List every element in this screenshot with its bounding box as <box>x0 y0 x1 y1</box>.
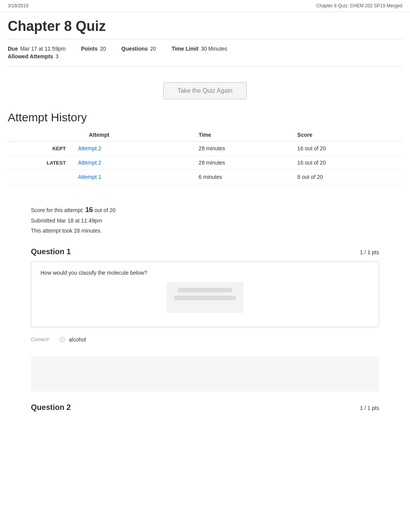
table-row: LATESTAttempt 228 minutes16 out of 20 <box>8 156 402 170</box>
quiz-meta: Due Mar 17 at 11:59pm Points 20 Question… <box>8 39 402 67</box>
table-row: KEPTAttempt 228 minutes16 out of 20 <box>8 141 402 156</box>
take-quiz-section: Take the Quiz Again <box>8 67 402 111</box>
duration-line: This attempt took 28 minutes. <box>31 226 402 236</box>
attempt-history-table: Attempt Time Score KEPTAttempt 228 minut… <box>8 129 402 184</box>
top-bar: 3/18/2019 Chapter 8 Quiz: CHEM 202 SP19 … <box>0 0 410 12</box>
score-text: Score for this attempt: <box>31 207 84 213</box>
allowed-attempts-value: 3 <box>56 53 59 59</box>
answer-text-alcohol: alcohol <box>69 337 86 343</box>
submitted-line: Submitted Mar 18 at 11:49pm <box>31 216 402 226</box>
allowed-attempts-meta: Allowed Attempts 3 <box>8 53 59 59</box>
th-time: Time <box>194 129 293 141</box>
quiz-meta-row-1: Due Mar 17 at 11:59pm Points 20 Question… <box>8 46 402 52</box>
question-1-card: How would you classify the molecule belo… <box>31 262 379 327</box>
allowed-attempts-label: Allowed Attempts <box>8 53 53 59</box>
row-score: 8 out of 20 <box>293 170 402 184</box>
questions-value: 20 <box>150 46 156 52</box>
question-1-answer-section: Correct! alcohol <box>31 332 379 350</box>
score-summary: Score for this attempt: 16 out of 20 Sub… <box>8 196 402 247</box>
score-out-of: out of 20 <box>95 207 116 213</box>
due-meta: Due Mar 17 at 11:59pm <box>8 46 66 52</box>
score-number: 16 <box>85 206 93 214</box>
correct-label: Correct! <box>31 337 49 342</box>
time-limit-meta: Time Limit 30 Minutes <box>171 46 227 52</box>
th-score: Score <box>293 129 402 141</box>
attempt-history-title: Attempt History <box>8 111 402 129</box>
question-1-title: Question 1 <box>31 247 71 256</box>
table-row: Attempt 16 minutes8 out of 20 <box>8 170 402 184</box>
row-attempt[interactable]: Attempt 2 <box>73 156 194 170</box>
time-limit-value: 30 Minutes <box>201 46 227 52</box>
molecule-image-placeholder <box>166 282 244 313</box>
points-label: Points <box>81 46 98 52</box>
question-1-block: Question 1 1 / 1 pts How would you class… <box>31 247 379 391</box>
time-limit-label: Time Limit <box>171 46 198 52</box>
row-time: 6 minutes <box>194 170 293 184</box>
points-value: 20 <box>100 46 106 52</box>
row-score: 16 out of 20 <box>293 141 402 156</box>
answer-options: alcohol <box>59 335 86 347</box>
question-2-block: Question 2 1 / 1 pts <box>31 403 379 412</box>
questions-label: Questions <box>121 46 147 52</box>
score-line: Score for this attempt: 16 out of 20 <box>31 204 402 216</box>
question-1-points: 1 / 1 pts <box>360 249 379 255</box>
due-value: Mar 17 at 11:59pm <box>20 46 66 52</box>
question-2-title: Question 2 <box>31 403 71 412</box>
date: 3/18/2019 <box>8 3 28 8</box>
radio-alcohol <box>59 337 65 342</box>
row-label: KEPT <box>8 141 73 156</box>
take-quiz-button[interactable]: Take the Quiz Again <box>163 82 247 99</box>
th-attempt: Attempt <box>73 129 194 141</box>
question-2-header: Question 2 1 / 1 pts <box>31 403 379 412</box>
table-header-row: Attempt Time Score <box>8 129 402 141</box>
row-label <box>8 170 73 184</box>
row-label: LATEST <box>8 156 73 170</box>
question-1-header: Question 1 1 / 1 pts <box>31 247 379 256</box>
answer-row-alcohol: alcohol <box>59 335 86 344</box>
questions-meta: Questions 20 <box>121 46 156 52</box>
blurred-answer-area <box>31 357 379 391</box>
row-score: 16 out of 20 <box>293 156 402 170</box>
page-content: Chapter 8 Quiz Due Mar 17 at 11:59pm Poi… <box>0 12 410 412</box>
row-attempt[interactable]: Attempt 2 <box>73 141 194 156</box>
points-meta: Points 20 <box>81 46 106 52</box>
breadcrumb: Chapter 8 Quiz: CHEM 202 SP19 Merged <box>316 3 402 8</box>
question-1-text: How would you classify the molecule belo… <box>41 270 369 276</box>
quiz-meta-row-2: Allowed Attempts 3 <box>8 53 402 59</box>
page-title: Chapter 8 Quiz <box>8 12 402 39</box>
due-label: Due <box>8 46 18 52</box>
row-time: 28 minutes <box>194 156 293 170</box>
th-empty <box>8 129 73 141</box>
row-time: 28 minutes <box>194 141 293 156</box>
row-attempt[interactable]: Attempt 1 <box>73 170 194 184</box>
question-2-points: 1 / 1 pts <box>360 405 379 411</box>
